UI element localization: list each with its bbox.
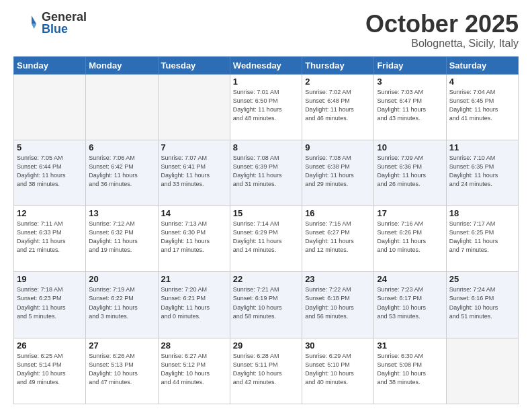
calendar-day-cell: 22Sunrise: 7:21 AM Sunset: 6:19 PM Dayli… xyxy=(230,272,302,338)
calendar-day-cell: 21Sunrise: 7:20 AM Sunset: 6:21 PM Dayli… xyxy=(158,272,230,338)
day-number: 24 xyxy=(377,274,443,284)
calendar-day-cell: 13Sunrise: 7:12 AM Sunset: 6:32 PM Dayli… xyxy=(86,206,158,272)
day-number: 19 xyxy=(17,274,83,284)
day-info: Sunrise: 6:26 AM Sunset: 5:13 PM Dayligh… xyxy=(89,352,154,387)
day-number: 31 xyxy=(377,340,443,351)
day-info: Sunrise: 7:11 AM Sunset: 6:33 PM Dayligh… xyxy=(17,220,83,255)
day-info: Sunrise: 7:08 AM Sunset: 6:38 PM Dayligh… xyxy=(305,154,371,189)
day-number: 2 xyxy=(305,77,371,87)
calendar-day-cell: 3Sunrise: 7:03 AM Sunset: 6:47 PM Daylig… xyxy=(374,74,446,140)
header: General Blue October 2025 Bolognetta, Si… xyxy=(13,11,519,50)
logo: General Blue xyxy=(13,11,87,35)
logo-text: General Blue xyxy=(42,11,87,35)
day-info: Sunrise: 7:23 AM Sunset: 6:17 PM Dayligh… xyxy=(377,285,443,320)
calendar-header-friday: Friday xyxy=(374,56,446,74)
calendar-header-row: SundayMondayTuesdayWednesdayThursdayFrid… xyxy=(14,56,519,74)
location: Bolognetta, Sicily, Italy xyxy=(365,38,519,50)
day-info: Sunrise: 7:13 AM Sunset: 6:30 PM Dayligh… xyxy=(161,220,227,255)
day-info: Sunrise: 7:07 AM Sunset: 6:41 PM Dayligh… xyxy=(161,154,227,189)
calendar-day-cell xyxy=(14,74,86,140)
day-number: 28 xyxy=(161,340,227,351)
day-info: Sunrise: 6:29 AM Sunset: 5:10 PM Dayligh… xyxy=(305,352,371,387)
day-info: Sunrise: 7:20 AM Sunset: 6:21 PM Dayligh… xyxy=(161,285,227,320)
title-block: October 2025 Bolognetta, Sicily, Italy xyxy=(365,11,519,50)
day-info: Sunrise: 7:22 AM Sunset: 6:18 PM Dayligh… xyxy=(305,285,371,320)
day-number: 14 xyxy=(161,208,227,218)
day-number: 12 xyxy=(17,208,83,218)
calendar-day-cell xyxy=(86,74,158,140)
logo-blue: Blue xyxy=(42,23,87,35)
calendar-day-cell: 2Sunrise: 7:02 AM Sunset: 6:48 PM Daylig… xyxy=(302,74,374,140)
calendar-day-cell: 25Sunrise: 7:24 AM Sunset: 6:16 PM Dayli… xyxy=(446,272,518,338)
calendar-day-cell: 24Sunrise: 7:23 AM Sunset: 6:17 PM Dayli… xyxy=(374,272,446,338)
calendar-day-cell: 28Sunrise: 6:27 AM Sunset: 5:12 PM Dayli… xyxy=(158,338,230,404)
calendar-day-cell: 1Sunrise: 7:01 AM Sunset: 6:50 PM Daylig… xyxy=(230,74,302,140)
calendar-day-cell: 31Sunrise: 6:30 AM Sunset: 5:08 PM Dayli… xyxy=(374,338,446,404)
day-info: Sunrise: 7:14 AM Sunset: 6:29 PM Dayligh… xyxy=(233,220,299,255)
calendar-day-cell: 6Sunrise: 7:06 AM Sunset: 6:42 PM Daylig… xyxy=(86,140,158,205)
day-info: Sunrise: 7:03 AM Sunset: 6:47 PM Dayligh… xyxy=(377,88,443,123)
day-number: 26 xyxy=(17,340,83,351)
day-number: 23 xyxy=(305,274,371,284)
day-info: Sunrise: 6:28 AM Sunset: 5:11 PM Dayligh… xyxy=(233,352,299,387)
page: General Blue October 2025 Bolognetta, Si… xyxy=(0,0,532,411)
day-number: 22 xyxy=(233,274,299,284)
day-number: 4 xyxy=(449,77,515,87)
day-number: 25 xyxy=(449,274,515,284)
calendar-header-wednesday: Wednesday xyxy=(230,56,302,74)
day-number: 30 xyxy=(305,340,371,351)
day-info: Sunrise: 6:27 AM Sunset: 5:12 PM Dayligh… xyxy=(161,352,227,387)
calendar-day-cell: 26Sunrise: 6:25 AM Sunset: 5:14 PM Dayli… xyxy=(14,338,86,404)
calendar-day-cell: 19Sunrise: 7:18 AM Sunset: 6:23 PM Dayli… xyxy=(14,272,86,338)
day-number: 10 xyxy=(377,142,443,152)
calendar-week-row: 26Sunrise: 6:25 AM Sunset: 5:14 PM Dayli… xyxy=(14,338,519,404)
calendar-day-cell: 5Sunrise: 7:05 AM Sunset: 6:44 PM Daylig… xyxy=(14,140,86,205)
calendar-table: SundayMondayTuesdayWednesdayThursdayFrid… xyxy=(13,56,519,404)
day-info: Sunrise: 7:08 AM Sunset: 6:39 PM Dayligh… xyxy=(233,154,299,189)
day-number: 11 xyxy=(449,142,515,152)
calendar-header-saturday: Saturday xyxy=(446,56,518,74)
calendar-header-monday: Monday xyxy=(86,56,158,74)
day-number: 16 xyxy=(305,208,371,218)
day-info: Sunrise: 7:19 AM Sunset: 6:22 PM Dayligh… xyxy=(89,285,154,320)
day-number: 3 xyxy=(377,77,443,87)
day-info: Sunrise: 7:12 AM Sunset: 6:32 PM Dayligh… xyxy=(89,220,154,255)
day-info: Sunrise: 6:25 AM Sunset: 5:14 PM Dayligh… xyxy=(17,352,83,387)
day-number: 15 xyxy=(233,208,299,218)
day-info: Sunrise: 7:01 AM Sunset: 6:50 PM Dayligh… xyxy=(233,88,299,123)
calendar-day-cell: 9Sunrise: 7:08 AM Sunset: 6:38 PM Daylig… xyxy=(302,140,374,205)
calendar-day-cell: 11Sunrise: 7:10 AM Sunset: 6:35 PM Dayli… xyxy=(446,140,518,205)
day-number: 7 xyxy=(161,142,227,152)
logo-general: General xyxy=(42,11,87,23)
day-number: 27 xyxy=(89,340,154,351)
svg-marker-1 xyxy=(32,24,36,29)
month-title: October 2025 xyxy=(365,11,519,38)
svg-marker-0 xyxy=(32,15,36,24)
calendar-week-row: 5Sunrise: 7:05 AM Sunset: 6:44 PM Daylig… xyxy=(14,140,519,205)
day-number: 13 xyxy=(89,208,154,218)
calendar-day-cell: 29Sunrise: 6:28 AM Sunset: 5:11 PM Dayli… xyxy=(230,338,302,404)
calendar-day-cell: 7Sunrise: 7:07 AM Sunset: 6:41 PM Daylig… xyxy=(158,140,230,205)
calendar-day-cell: 30Sunrise: 6:29 AM Sunset: 5:10 PM Dayli… xyxy=(302,338,374,404)
calendar-header-sunday: Sunday xyxy=(14,56,86,74)
calendar-day-cell xyxy=(446,338,518,404)
calendar-day-cell: 4Sunrise: 7:04 AM Sunset: 6:45 PM Daylig… xyxy=(446,74,518,140)
day-info: Sunrise: 7:02 AM Sunset: 6:48 PM Dayligh… xyxy=(305,88,371,123)
calendar-day-cell: 14Sunrise: 7:13 AM Sunset: 6:30 PM Dayli… xyxy=(158,206,230,272)
day-info: Sunrise: 7:06 AM Sunset: 6:42 PM Dayligh… xyxy=(89,154,154,189)
calendar-day-cell: 15Sunrise: 7:14 AM Sunset: 6:29 PM Dayli… xyxy=(230,206,302,272)
day-info: Sunrise: 7:09 AM Sunset: 6:36 PM Dayligh… xyxy=(377,154,443,189)
day-number: 17 xyxy=(377,208,443,218)
day-number: 5 xyxy=(17,142,83,152)
calendar-day-cell: 18Sunrise: 7:17 AM Sunset: 6:25 PM Dayli… xyxy=(446,206,518,272)
day-info: Sunrise: 7:15 AM Sunset: 6:27 PM Dayligh… xyxy=(305,220,371,255)
calendar-week-row: 1Sunrise: 7:01 AM Sunset: 6:50 PM Daylig… xyxy=(14,74,519,140)
calendar-day-cell: 8Sunrise: 7:08 AM Sunset: 6:39 PM Daylig… xyxy=(230,140,302,205)
calendar-header-thursday: Thursday xyxy=(302,56,374,74)
calendar-day-cell: 10Sunrise: 7:09 AM Sunset: 6:36 PM Dayli… xyxy=(374,140,446,205)
day-info: Sunrise: 7:17 AM Sunset: 6:25 PM Dayligh… xyxy=(449,220,515,255)
calendar-day-cell: 12Sunrise: 7:11 AM Sunset: 6:33 PM Dayli… xyxy=(14,206,86,272)
calendar-week-row: 12Sunrise: 7:11 AM Sunset: 6:33 PM Dayli… xyxy=(14,206,519,272)
calendar-header-tuesday: Tuesday xyxy=(158,56,230,74)
day-number: 20 xyxy=(89,274,154,284)
